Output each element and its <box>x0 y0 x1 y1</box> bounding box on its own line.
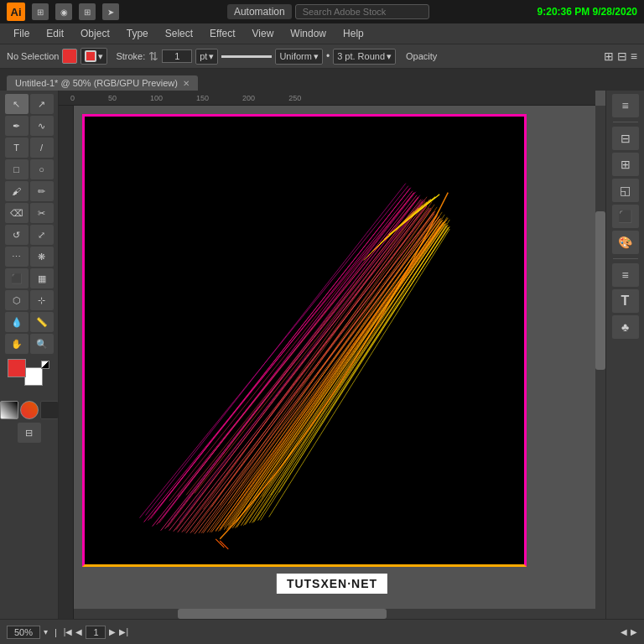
pen-tool[interactable]: ✒ <box>5 116 29 136</box>
line-tool[interactable]: / <box>30 138 54 158</box>
bar-chart-tool[interactable]: ▦ <box>30 268 54 288</box>
glyph-icon[interactable]: ♣ <box>612 315 639 339</box>
swatches-icon[interactable]: ⬛ <box>612 205 639 228</box>
change-screen-mode[interactable]: ⊟ <box>18 423 41 443</box>
automation-button[interactable]: Automation <box>227 4 292 19</box>
stroke-unit-dropdown[interactable]: pt▾ <box>195 49 218 65</box>
brush-panel-icon[interactable]: 🎨 <box>612 231 639 254</box>
search-input[interactable] <box>295 4 429 19</box>
menu-window[interactable]: Window <box>283 26 333 41</box>
panel-divider <box>613 122 638 122</box>
zoom-tool[interactable]: 🔍 <box>30 334 54 354</box>
toolbar-color-area <box>8 359 51 396</box>
scrollbar-thumb-vertical[interactable] <box>595 211 605 370</box>
canvas-content[interactable] <box>85 117 524 564</box>
horizontal-scrollbar[interactable] <box>74 609 595 619</box>
artboard-tool[interactable]: ⬡ <box>5 290 29 310</box>
ruler-horizontal: 050100150200250 <box>59 91 595 106</box>
menu-object[interactable]: Object <box>74 26 117 41</box>
reset-colors-icon[interactable] <box>41 361 49 369</box>
fill-color-swatch[interactable] <box>62 49 77 64</box>
hand-tool[interactable]: ✋ <box>5 334 29 354</box>
options-more-icon[interactable]: ≡ <box>631 49 637 63</box>
stroke-up-down[interactable]: ⇅ <box>148 49 158 63</box>
watermark: TUTSXEN·NET <box>277 574 387 594</box>
fill-dropdown[interactable]: ▾ <box>80 48 107 65</box>
menu-view[interactable]: View <box>246 26 281 41</box>
vertical-scrollbar[interactable] <box>595 106 605 619</box>
ruler-vertical <box>59 106 74 619</box>
stroke-style-dropdown[interactable]: Uniform▾ <box>275 49 323 65</box>
stroke-size-label: 3 pt. Round <box>337 51 385 61</box>
curvature-tool[interactable]: ∿ <box>30 116 54 136</box>
symbol-tool[interactable]: ❋ <box>30 247 54 267</box>
page-input[interactable] <box>86 626 106 639</box>
type-panel-icon[interactable]: T <box>612 289 639 313</box>
scissors-tool[interactable]: ✂ <box>30 203 54 223</box>
first-page-button[interactable]: |◀ <box>64 627 73 636</box>
next-page-button[interactable]: ▶ <box>109 627 116 636</box>
direct-select-tool[interactable]: ↗ <box>30 94 54 114</box>
left-toolbar: ↖ ↗ ✒ ∿ T / □ ○ 🖌 ✏ ⌫ ✂ ↺ ⤢ ⋯ ❋ <box>0 91 59 619</box>
align-icon[interactable]: ⊞ <box>604 49 614 63</box>
align-panel-icon[interactable]: ⊟ <box>612 127 639 150</box>
pencil-tool[interactable]: ✏ <box>30 181 54 201</box>
menu-edit[interactable]: Edit <box>39 26 70 41</box>
stroke-value-input[interactable] <box>162 49 192 63</box>
svg-rect-0 <box>85 117 524 564</box>
right-panel: ≡ ⊟ ⊞ ◱ ⬛ 🎨 ≡ T ♣ <box>605 91 644 619</box>
tab-bar: Untitled-1* @ 50% (RGB/GPU Preview) ✕ <box>0 69 644 91</box>
pathfinder-icon[interactable]: ◱ <box>612 179 639 202</box>
type-tool[interactable]: T <box>5 138 29 158</box>
zoom-dropdown-button[interactable]: ▾ <box>44 627 48 636</box>
rotate-tool[interactable]: ↺ <box>5 225 29 245</box>
scale-tool[interactable]: ⤢ <box>30 225 54 245</box>
arrange-icon[interactable]: ⊞ <box>79 3 96 20</box>
last-page-button[interactable]: ▶| <box>119 627 128 636</box>
layers-icon[interactable]: ≡ <box>612 263 639 287</box>
paintbrush-tool[interactable]: 🖌 <box>5 181 29 201</box>
ai-logo: Ai <box>7 3 25 21</box>
document-tab[interactable]: Untitled-1* @ 50% (RGB/GPU Preview) ✕ <box>7 75 198 91</box>
status-bar: ▾ | |◀ ◀ ▶ ▶| ◀ ▶ <box>0 619 644 644</box>
color-icon[interactable] <box>20 401 39 419</box>
column-graph-tool[interactable]: ⬛ <box>5 268 29 288</box>
eyedropper-tool[interactable]: 💧 <box>5 312 29 332</box>
measure-tool[interactable]: 📏 <box>30 312 54 332</box>
menu-file[interactable]: File <box>7 26 36 41</box>
feather-artwork <box>85 117 524 564</box>
none-icon[interactable] <box>40 401 59 419</box>
canvas-wrapper <box>82 114 527 567</box>
scroll-left-button[interactable]: ◀ <box>621 627 627 636</box>
menu-type[interactable]: Type <box>120 26 155 41</box>
prev-page-button[interactable]: ◀ <box>75 627 82 636</box>
ellipse-tool[interactable]: ○ <box>30 159 54 179</box>
transform-icon[interactable]: ⊟ <box>617 49 627 63</box>
opacity-label: Opacity <box>406 51 437 61</box>
tab-close-button[interactable]: ✕ <box>183 79 190 88</box>
no-selection-label: No Selection <box>7 51 59 61</box>
transform-panel-icon[interactable]: ⊞ <box>612 153 639 176</box>
slice-tool[interactable]: ⊹ <box>30 290 54 310</box>
rect-tool[interactable]: □ <box>5 159 29 179</box>
scrollbar-thumb-horizontal[interactable] <box>178 609 387 619</box>
menu-effect[interactable]: Effect <box>203 26 242 41</box>
stroke-color-box[interactable] <box>24 367 43 386</box>
share-icon[interactable]: ➤ <box>102 3 119 20</box>
zoom-input[interactable] <box>7 626 40 639</box>
canvas-border <box>82 114 527 567</box>
canvas-area: 050100150200250 ↖ <box>59 91 605 619</box>
menu-help[interactable]: Help <box>336 26 371 41</box>
stroke-size-dropdown[interactable]: 3 pt. Round▾ <box>333 49 396 65</box>
stamp-icon[interactable]: ◉ <box>55 3 72 20</box>
eraser-tool[interactable]: ⌫ <box>5 203 29 223</box>
fill-color-box[interactable] <box>8 359 26 377</box>
scroll-right-button[interactable]: ▶ <box>631 627 637 636</box>
panel-collapse-icon[interactable]: ≡ <box>612 94 639 117</box>
grid-icon[interactable]: ⊞ <box>32 3 49 20</box>
select-tool[interactable]: ↖ <box>5 94 29 114</box>
gradient-icon[interactable] <box>0 401 18 419</box>
blend-tool[interactable]: ⋯ <box>5 247 29 267</box>
menu-select[interactable]: Select <box>158 26 200 41</box>
options-bar: No Selection ▾ Stroke: ⇅ pt▾ Uniform▾ • … <box>0 44 644 69</box>
